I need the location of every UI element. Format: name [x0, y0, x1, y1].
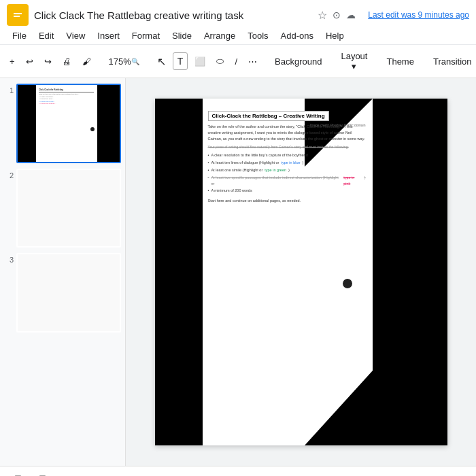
- star-icon[interactable]: ☆: [318, 9, 327, 22]
- list-view-button[interactable]: ⊞: [33, 469, 52, 477]
- svg-rect-1: [14, 13, 22, 14]
- menu-edit[interactable]: Edit: [33, 29, 59, 43]
- bullet-4: At least two specific passages that incl…: [208, 175, 366, 187]
- shape-tool[interactable]: ⬭: [212, 53, 228, 69]
- cloud-icon[interactable]: ☁: [346, 10, 356, 20]
- green-text: type in green: [265, 167, 286, 173]
- text-tool[interactable]: T: [173, 52, 188, 70]
- slide-text-area: Click-Clack the Rattlebag – Creative Wri…: [208, 111, 366, 439]
- menu-arrange[interactable]: Arrange: [199, 29, 241, 43]
- layout-label: Layout: [341, 51, 367, 61]
- menu-tools[interactable]: Tools: [242, 29, 273, 43]
- select-tool[interactable]: ↖: [153, 52, 170, 71]
- footer-text: Start here and continue on additional pa…: [208, 198, 366, 204]
- slide-thumb-container-1: 1 Click-Clack the Rattlebag Take on the …: [4, 84, 121, 163]
- grid-view-button[interactable]: ⊟: [8, 469, 27, 477]
- add-button[interactable]: +: [5, 54, 19, 69]
- bullet-1: A clear resolution to the little boy's c…: [208, 152, 366, 158]
- print-button[interactable]: 🖨: [58, 54, 75, 69]
- layout-arrow: ▾: [352, 61, 356, 71]
- slide-thumb-1[interactable]: Click-Clack the Rattlebag Take on the ro…: [16, 84, 121, 163]
- svg-rect-0: [12, 9, 24, 21]
- blue-text: type in blue: [281, 160, 300, 166]
- zoom-button[interactable]: 175% 🔍: [105, 54, 143, 69]
- svg-rect-2: [14, 16, 20, 17]
- menu-help[interactable]: Help: [320, 29, 350, 43]
- slide-thumb-3[interactable]: [16, 253, 121, 333]
- menu-file[interactable]: File: [7, 29, 32, 43]
- history-icon[interactable]: ⊙: [333, 10, 341, 20]
- app-icon: [7, 4, 29, 26]
- black-left-panel: [155, 99, 203, 445]
- list-icon: ⊞: [39, 473, 46, 476]
- grid-icon: ⊟: [14, 473, 22, 476]
- slide-number-3: 3: [4, 253, 14, 264]
- transition-button[interactable]: Transition: [425, 53, 476, 70]
- image-tool[interactable]: ⬜: [190, 54, 209, 69]
- slide-thumb-container-2: 2: [4, 169, 121, 248]
- layout-button[interactable]: Layout ▾: [333, 48, 375, 75]
- background-button[interactable]: Background: [267, 53, 330, 70]
- menu-view[interactable]: View: [61, 29, 90, 43]
- slide-title: Click-Clack the Rattlebag – Creative Wri…: [208, 111, 329, 121]
- menu-format[interactable]: Format: [126, 29, 165, 43]
- slide-canvas: Click-Clack the Rattlebag – Creative Wri…: [155, 99, 447, 445]
- undo-button[interactable]: ↩: [22, 54, 37, 69]
- zoom-label: 175%: [109, 56, 131, 67]
- menu-slide[interactable]: Slide: [167, 29, 197, 43]
- bullet-3: At least one simile (Highlight or type i…: [208, 167, 366, 173]
- bottom-bar: ⊟ ⊞: [0, 466, 476, 476]
- last-edit[interactable]: Last edit was 9 minutes ago: [368, 10, 469, 20]
- pink-text: type in pink: [343, 175, 362, 187]
- black-right-panel: [373, 99, 447, 445]
- redo-button[interactable]: ↪: [40, 54, 56, 69]
- slide-number-2: 2: [4, 169, 14, 180]
- slide-thumb-2[interactable]: [16, 169, 121, 248]
- menu-insert[interactable]: Insert: [92, 29, 125, 43]
- menu-addons[interactable]: Add-ons: [275, 29, 319, 43]
- slides-panel: 1 Click-Clack the Rattlebag Take on the …: [0, 78, 126, 466]
- image-credit: Image credit: Pixabay, Public domain: [310, 123, 366, 127]
- bullet-5: A minimum of 200 words: [208, 188, 366, 194]
- body-subtext: Your piece of writing should flow natura…: [208, 144, 366, 150]
- bullet-2: At least ten lines of dialogue (Highligh…: [208, 160, 366, 166]
- slide-number-1: 1: [4, 84, 14, 95]
- theme-button[interactable]: Theme: [378, 53, 422, 70]
- paint-format-button[interactable]: 🖌: [78, 54, 95, 69]
- doc-title: Click Clack The Rattlebag creative writi…: [34, 10, 312, 21]
- more-tool[interactable]: ⋯: [244, 54, 261, 69]
- slide-body: Take on the role of the author and conti…: [208, 124, 366, 204]
- zoom-icon: 🔍: [131, 58, 139, 65]
- canvas-area: Click-Clack the Rattlebag – Creative Wri…: [126, 78, 476, 466]
- line-tool[interactable]: /: [231, 54, 241, 69]
- slide-thumb-container-3: 3: [4, 253, 121, 333]
